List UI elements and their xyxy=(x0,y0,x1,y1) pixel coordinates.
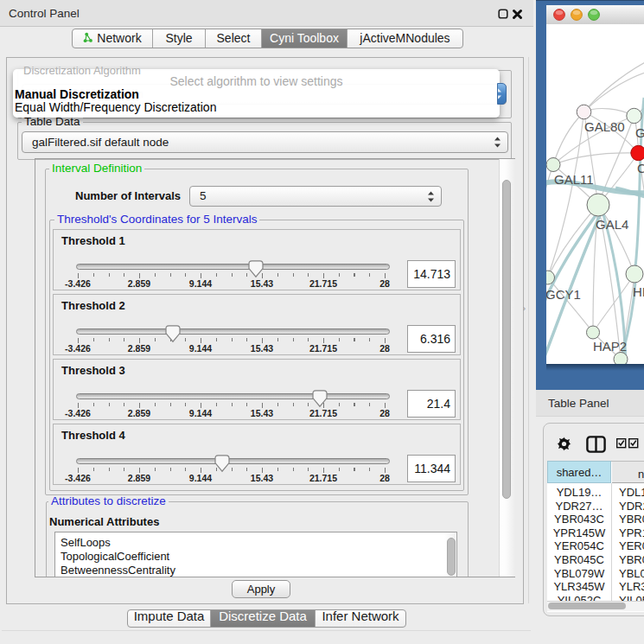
svg-text:GAL11: GAL11 xyxy=(554,172,594,187)
svg-text:GAL3: GAL3 xyxy=(635,125,644,140)
svg-text:HIS4: HIS4 xyxy=(633,284,644,299)
svg-text:GAL4: GAL4 xyxy=(596,217,628,232)
svg-text:GCY1: GCY1 xyxy=(546,287,581,302)
svg-text:HAP2: HAP2 xyxy=(593,339,627,354)
svg-text:CRP1: CRP1 xyxy=(637,161,644,175)
svg-text:GAL80: GAL80 xyxy=(584,119,625,134)
